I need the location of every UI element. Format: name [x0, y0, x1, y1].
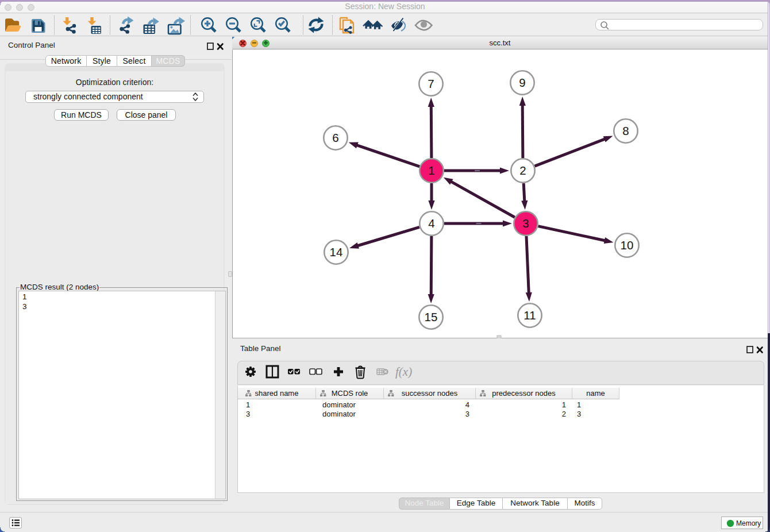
svg-text:3: 3	[522, 217, 529, 230]
svg-text:2: 2	[519, 164, 526, 177]
svg-text:7: 7	[428, 77, 434, 90]
svg-text:9: 9	[519, 76, 525, 89]
svg-text:15: 15	[425, 310, 438, 323]
svg-text:f(x): f(x)	[395, 365, 412, 379]
svg-text:1: 1	[428, 164, 434, 177]
svg-text:6: 6	[332, 131, 338, 144]
svg-text:8: 8	[622, 124, 629, 137]
svg-text:11: 11	[523, 309, 536, 322]
svg-text:14: 14	[330, 245, 343, 259]
svg-text:4: 4	[428, 217, 434, 230]
svg-text:10: 10	[621, 238, 634, 252]
